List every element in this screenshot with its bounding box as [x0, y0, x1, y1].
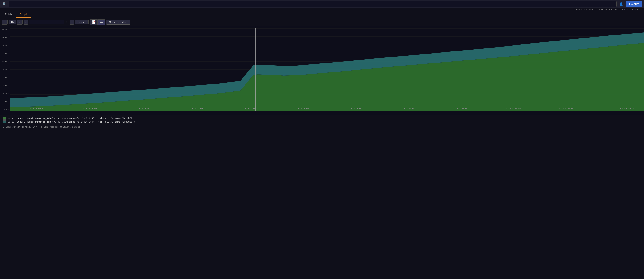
- chart-type-group: 📈 ▬: [90, 19, 105, 25]
- x-label-1800: 18:00: [619, 107, 634, 110]
- tab-table[interactable]: Table: [2, 11, 16, 18]
- y-label-7k: 7.00k: [2, 52, 9, 55]
- search-icon-button[interactable]: 🔍: [2, 1, 8, 6]
- x-label-1730: 17:30: [293, 107, 309, 110]
- query-input[interactable]: kafka_request_count: [9, 1, 616, 7]
- legend-item-fetch[interactable]: kafka_request_count{exported_job="kafka"…: [3, 117, 641, 120]
- resolution-value: 14s: [614, 8, 617, 11]
- y-label-8k: 8.00k: [2, 44, 9, 47]
- tab-graph[interactable]: Graph: [16, 11, 31, 18]
- result-series-label: Result series:: [622, 8, 640, 11]
- y-label-2k: 2.00k: [2, 93, 9, 95]
- y-label-1k: 1.00k: [2, 100, 9, 103]
- legend-color-fetch: [3, 117, 6, 120]
- chart-legend: kafka_request_count{exported_job="kafka"…: [0, 115, 644, 125]
- x-label-1750: 17:50: [505, 107, 521, 110]
- resolution-button[interactable]: Res. (s): [75, 20, 89, 24]
- result-series-value: 2: [641, 8, 642, 11]
- x-label-1755: 17:55: [558, 107, 574, 110]
- x-label-1720: 17:20: [188, 107, 203, 110]
- duration-label: 1h: [9, 20, 16, 24]
- line-chart-button[interactable]: 📈: [90, 19, 98, 25]
- x-label-1745: 17:45: [452, 107, 468, 110]
- legend-label-produce: kafka_request_count{exported_job="kafka"…: [7, 121, 135, 123]
- load-time-value: 22ms: [588, 8, 594, 11]
- tabs-bar: Table Graph: [0, 11, 644, 18]
- datetime-clear-button[interactable]: ×: [66, 20, 68, 24]
- controls-bar: − 1h + ‹ 2022-12-21 18:03:08 × › Res. (s…: [0, 18, 644, 26]
- legend-label-fetch: kafka_request_count{exported_job="kafka"…: [7, 117, 132, 119]
- duration-plus-button[interactable]: +: [17, 20, 22, 24]
- x-label-1735: 17:35: [346, 107, 362, 110]
- legend-color-produce: [3, 120, 6, 123]
- y-label-5k: 5.00k: [2, 68, 9, 71]
- legend-item-produce[interactable]: kafka_request_count{exported_job="kafka"…: [3, 120, 641, 123]
- datetime-input[interactable]: 2022-12-21 18:03:08: [29, 20, 64, 24]
- status-bar: Load time: 22ms Resolution: 14s Result s…: [0, 8, 644, 11]
- user-icon-button[interactable]: 👤: [618, 1, 624, 6]
- time-next-button[interactable]: ›: [70, 20, 74, 24]
- x-label-1715: 17:15: [134, 107, 150, 110]
- execute-button[interactable]: Execute: [626, 1, 642, 7]
- y-label-6k: 6.00k: [2, 60, 9, 63]
- load-time-label: Load time:: [575, 8, 587, 11]
- click-hint: Click: select series, CMD + click: toggl…: [0, 125, 644, 130]
- y-label-0: 0.00: [4, 108, 9, 111]
- y-label-9k: 9.00k: [2, 36, 9, 39]
- y-label-3k: 3.00k: [2, 84, 9, 87]
- x-label-1740: 17:40: [399, 107, 415, 110]
- resolution-label: Resolution:: [598, 8, 612, 11]
- time-prev-button[interactable]: ‹: [24, 20, 28, 24]
- duration-minus-button[interactable]: −: [2, 20, 8, 24]
- y-label-4k: 4.00k: [2, 76, 9, 79]
- y-label-10k: 10.00k: [1, 28, 9, 31]
- x-label-1705: 17:05: [28, 107, 44, 110]
- y-axis-labels: 10.00k 9.00k 8.00k 7.00k 6.00k 5.00k 4.0…: [0, 28, 10, 111]
- chart-svg: 17:05 17:10 17:15 17:20 17:25 17:30 17:3…: [10, 28, 644, 111]
- chart-container: 10.00k 9.00k 8.00k 7.00k 6.00k 5.00k 4.0…: [0, 26, 644, 115]
- x-label-1725: 17:25: [240, 107, 256, 110]
- x-label-1710: 17:10: [82, 107, 97, 110]
- bar-chart-button[interactable]: ▬: [98, 19, 105, 25]
- search-bar: 🔍 kafka_request_count 👤 Execute: [0, 0, 644, 8]
- show-exemplars-button[interactable]: Show Exemplars: [106, 19, 130, 24]
